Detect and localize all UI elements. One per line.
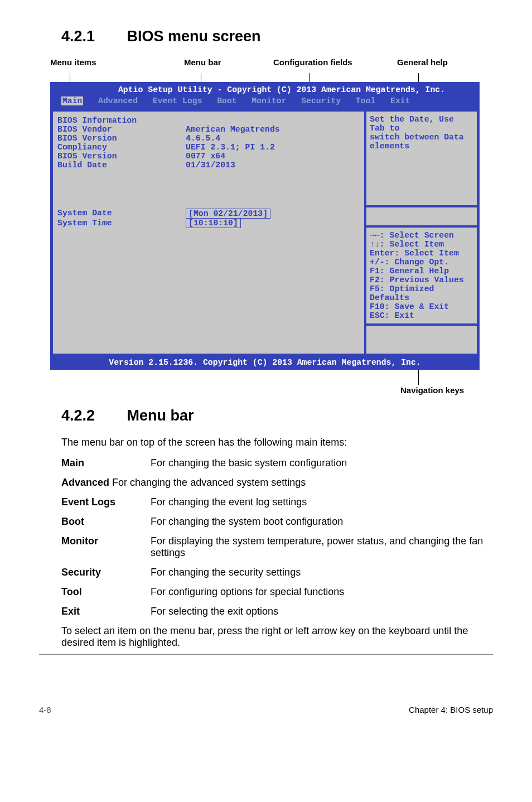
field-row-date[interactable]: System Date [Mon 02/21/2013] [57,209,360,219]
section-title: Menu bar [127,407,194,424]
tab-main[interactable]: Main [61,96,84,105]
row-tool: Tool For configuring options for special… [61,586,493,598]
section-number: 4.2.1 [61,28,123,45]
menubar-intro: The menu bar on top of the screen has th… [61,437,493,448]
field-row-time[interactable]: System Time [10:10:10] [57,219,360,228]
nav-box: →←: Select Screen ↑↓: Select Item Enter:… [366,228,477,323]
info-row-vendor: BIOS VendorAmerican Megatrends [57,125,360,134]
row-eventlogs: Event Logs For changing the event log se… [61,496,493,508]
row-advanced-text: For changing the advanced system setting… [112,477,306,488]
tab-eventlogs[interactable]: Event Logs [153,96,202,105]
tab-exit[interactable]: Exit [390,96,410,105]
menubar-table: Main For changing the basic system confi… [61,457,493,617]
section-4-2-2-heading: 4.2.2 Menu bar [61,407,493,424]
menubar-closing: To select an item on the menu bar, press… [61,625,493,649]
bios-info-title: BIOS Information [57,116,360,125]
bios-body: BIOS Information BIOS VendorAmerican Meg… [51,109,479,356]
nav-keys-tick [50,370,493,390]
info-row-version: BIOS Version4.6.5.4 [57,134,360,143]
chapter-label: Chapter 4: BIOS setup [409,705,493,714]
row-advanced: Advanced For changing the advanced syste… [61,477,493,489]
system-date-field[interactable]: [Mon 02/21/2013] [186,209,270,219]
page-footer: 4-8 Chapter 4: BIOS setup [39,705,493,714]
section-4-2-1-heading: 4.2.1 BIOS menu screen [61,28,493,45]
label-menu-bar: Menu bar [184,57,221,67]
row-monitor: Monitor For displaying the system temper… [61,535,493,559]
bios-header: Aptio Setup Utility - Copyright (C) 2013… [51,83,479,109]
diagram-ticks [50,73,493,82]
bios-left-pane: BIOS Information BIOS VendorAmerican Meg… [53,112,364,354]
row-exit: Exit For selecting the exit options [61,606,493,617]
bios-screenshot: Aptio Setup Utility - Copyright (C) 2013… [50,82,480,370]
bios-right-pane: Set the Date, Use Tab to switch between … [366,112,477,354]
page-number: 4-8 [39,705,51,714]
section-number: 4.2.2 [61,407,123,424]
bottom-box [366,326,477,354]
info-row-compl: CompliancyUEFI 2.3.1; PI 1.2 [57,143,360,152]
section-title: BIOS menu screen [127,28,261,45]
divider-box [366,207,477,225]
row-main: Main For changing the basic system confi… [61,457,493,469]
label-config-fields: Configuration fields [273,57,352,67]
row-security: Security For changing the security setti… [61,567,493,578]
tab-security[interactable]: Security [301,96,341,105]
info-row-bdate: Build Date01/31/2013 [57,161,360,170]
footer-rule [39,654,493,655]
tab-boot[interactable]: Boot [217,96,237,105]
tab-advanced[interactable]: Advanced [98,96,138,105]
tab-monitor[interactable]: Monitor [252,96,286,105]
diagram-labels: Menu items Menu bar Configuration fields… [50,57,493,70]
info-row-bver: BIOS Version0077 x64 [57,152,360,161]
system-time-field[interactable]: [10:10:10] [186,219,241,228]
row-boot: Boot For changing the system boot config… [61,516,493,528]
tab-tool[interactable]: Tool [356,96,376,105]
bios-tabs: Main Advanced Event Logs Boot Monitor Se… [56,96,473,107]
bios-footer: Version 2.15.1236. Copyright (C) 2013 Am… [51,356,479,369]
label-menu-items: Menu items [50,57,96,67]
label-general-help: General help [397,57,448,67]
help-box: Set the Date, Use Tab to switch between … [366,112,477,205]
bios-header-line: Aptio Setup Utility - Copyright (C) 2013… [90,85,473,96]
